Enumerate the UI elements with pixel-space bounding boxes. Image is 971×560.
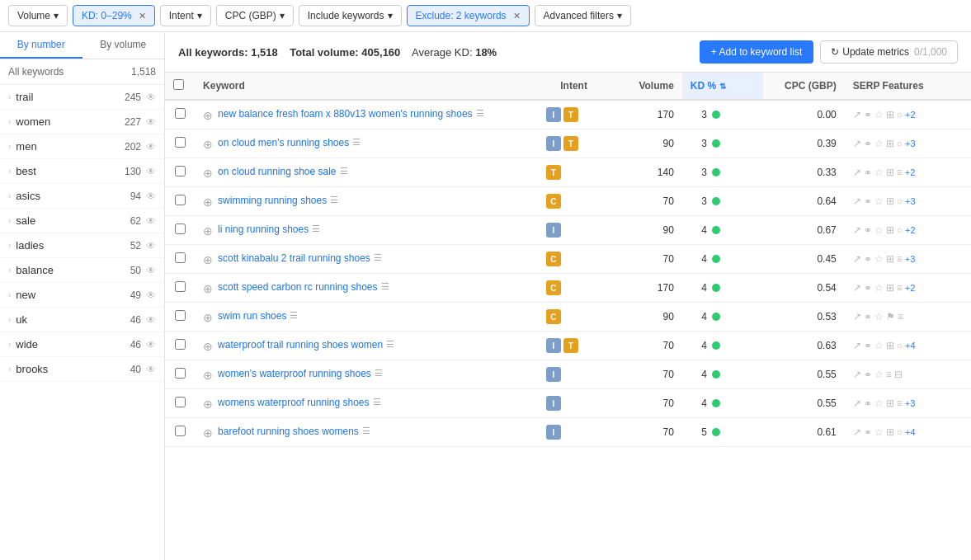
keyword-link[interactable]: on cloud men's running shoes [218,137,349,148]
expand-icon[interactable]: ⊕ [203,369,213,382]
expand-icon[interactable]: ⊕ [203,398,213,411]
serp-link-icon[interactable]: ↗ [853,167,861,178]
expand-icon[interactable]: ⊕ [203,109,213,122]
eye-icon[interactable]: 👁 [146,116,156,128]
serp-link-icon[interactable]: ↗ [853,398,861,409]
keyword-link[interactable]: swim run shoes [218,310,286,322]
row-checkbox-11[interactable] [175,426,186,436]
serp-link-icon[interactable]: ↗ [853,195,861,207]
link-serp-icon[interactable]: ⚭ [864,224,872,236]
cart-serp-icon[interactable]: ⊟ [894,369,903,380]
sidebar-item[interactable]: › men 202 👁 [0,134,164,159]
link-serp-icon[interactable]: ⚭ [864,253,872,265]
clock-serp-icon[interactable]: ○ [897,138,903,149]
link-serp-icon[interactable]: ⚭ [864,311,872,322]
advanced-filters-filter[interactable]: Advanced filters ▾ [535,5,631,26]
volume-header[interactable]: Volume [610,73,682,100]
image-serp-icon[interactable]: ⊞ [886,426,894,438]
keyword-link[interactable]: barefoot running shoes womens [218,426,359,437]
link-serp-icon[interactable]: ⚭ [864,426,872,438]
row-checkbox-9[interactable] [175,368,186,379]
tab-by-number[interactable]: By number [0,32,82,59]
keyword-link[interactable]: waterproof trail running shoes women [218,339,383,351]
star-serp-icon[interactable]: ☆ [874,253,884,265]
link-serp-icon[interactable]: ⚭ [864,167,872,178]
keyword-header[interactable]: Keyword [195,73,538,100]
eye-icon[interactable]: 👁 [146,92,156,103]
row-checkbox-8[interactable] [175,339,186,350]
include-keywords-filter[interactable]: Include keywords ▾ [299,5,402,26]
kd-close-icon[interactable]: ✕ [139,11,146,21]
row-checkbox-4[interactable] [175,224,186,234]
image-serp-icon[interactable]: ⊞ [886,253,894,265]
eye-icon[interactable]: 👁 [146,364,156,375]
clock-serp-icon[interactable]: ○ [897,224,903,236]
flag-serp-icon[interactable]: ⚑ [886,311,895,322]
star-serp-icon[interactable]: ☆ [874,109,884,120]
cpc-filter[interactable]: CPC (GBP) ▾ [216,5,294,26]
keyword-link[interactable]: scott speed carbon rc running shoes [218,281,377,293]
list-serp-icon[interactable]: ≡ [886,369,892,380]
select-all-checkbox[interactable] [173,79,184,90]
sidebar-item[interactable]: › trail 245 👁 [0,85,164,110]
serp-link-icon[interactable]: ↗ [853,253,861,265]
sidebar-item[interactable]: › asics 94 👁 [0,184,164,209]
volume-filter[interactable]: Volume ▾ [8,5,68,26]
list-serp-icon[interactable]: ≡ [897,398,903,409]
sidebar-item[interactable]: › brooks 40 👁 [0,357,164,382]
star-serp-icon[interactable]: ☆ [874,369,884,380]
image-serp-icon[interactable]: ⊞ [886,340,894,351]
image-serp-icon[interactable]: ⊞ [886,167,894,178]
row-checkbox-0[interactable] [175,108,186,119]
serp-link-icon[interactable]: ↗ [853,426,861,438]
sidebar-item[interactable]: › best 130 👁 [0,159,164,184]
expand-icon[interactable]: ⊕ [203,282,213,295]
row-checkbox-10[interactable] [175,397,186,407]
clock-serp-icon[interactable]: ○ [897,426,903,438]
link-serp-icon[interactable]: ⚭ [864,138,872,149]
keyword-link[interactable]: scott kinabalu 2 trail running shoes [218,252,370,264]
serp-link-icon[interactable]: ↗ [853,340,861,351]
eye-icon[interactable]: 👁 [146,339,156,351]
kd-filter[interactable]: KD: 0–29% ✕ [73,5,155,26]
serp-link-icon[interactable]: ↗ [853,369,861,380]
serp-header[interactable]: SERP Features [845,73,971,100]
add-to-keyword-list-button[interactable]: + Add to keyword list [700,40,813,64]
sidebar-item[interactable]: › ladies 52 👁 [0,233,164,258]
eye-icon[interactable]: 👁 [146,265,156,276]
sidebar-item[interactable]: › wide 46 👁 [0,332,164,357]
star-serp-icon[interactable]: ☆ [874,398,884,409]
eye-icon[interactable]: 👁 [146,289,156,301]
star-serp-icon[interactable]: ☆ [874,224,884,236]
expand-icon[interactable]: ⊕ [203,253,213,266]
row-checkbox-1[interactable] [175,137,186,148]
link-serp-icon[interactable]: ⚭ [864,282,872,294]
link-serp-icon[interactable]: ⚭ [864,195,872,207]
image-serp-icon[interactable]: ⊞ [886,138,894,149]
list-serp-icon[interactable]: ≡ [897,253,903,265]
link-serp-icon[interactable]: ⚭ [864,109,872,120]
image-serp-icon[interactable]: ⊞ [886,109,894,120]
expand-icon[interactable]: ⊕ [203,138,213,151]
eye-icon[interactable]: 👁 [146,166,156,177]
list-serp-icon[interactable]: ≡ [897,167,903,178]
serp-link-icon[interactable]: ↗ [853,109,861,120]
eye-icon[interactable]: 👁 [146,240,156,252]
sidebar-item[interactable]: › women 227 👁 [0,110,164,134]
keyword-link[interactable]: on cloud running shoe sale [218,166,336,177]
sidebar-item[interactable]: › balance 50 👁 [0,258,164,283]
expand-icon[interactable]: ⊕ [203,311,213,324]
keyword-link[interactable]: new balance fresh foam x 880v13 women's … [218,108,472,120]
star-serp-icon[interactable]: ☆ [874,282,884,294]
star-serp-icon[interactable]: ☆ [874,138,884,149]
row-checkbox-2[interactable] [175,166,186,176]
eye-icon[interactable]: 👁 [146,314,156,326]
keyword-link[interactable]: womens waterproof running shoes [218,397,369,408]
sidebar-item[interactable]: › sale 62 👁 [0,209,164,233]
row-checkbox-3[interactable] [175,195,186,205]
clock-serp-icon[interactable]: ○ [897,109,903,120]
image-serp-icon[interactable]: ⊞ [886,398,894,409]
expand-icon[interactable]: ⊕ [203,195,213,209]
list-serp-icon[interactable]: ≡ [898,311,903,322]
serp-link-icon[interactable]: ↗ [853,138,861,149]
